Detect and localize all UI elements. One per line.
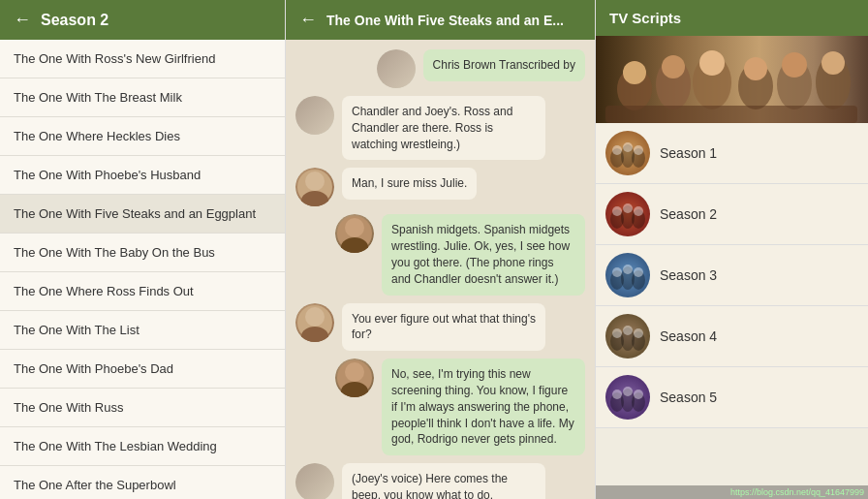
- right-panel-title: TV Scripts: [609, 10, 681, 26]
- svg-point-18: [699, 50, 725, 76]
- season-label: Season 5: [660, 390, 717, 405]
- left-back-button[interactable]: ←: [14, 10, 31, 30]
- svg-point-59: [634, 390, 643, 399]
- episode-item[interactable]: The One Where Ross Finds Out: [0, 272, 285, 311]
- svg-text:5: 5: [607, 411, 612, 420]
- svg-point-43: [623, 265, 633, 274]
- season-thumbnail: 3: [605, 253, 650, 297]
- season-item[interactable]: 3 Season 3: [596, 245, 868, 306]
- avatar: [377, 49, 416, 88]
- svg-point-10: [345, 362, 364, 382]
- chat-row: Chandler and Joey's. Ross and Chandler a…: [295, 96, 585, 160]
- chat-row: No, see, I'm trying this new screening t…: [295, 359, 585, 455]
- season-label: Season 1: [660, 145, 717, 161]
- season-thumbnail: 2: [605, 192, 650, 236]
- svg-point-4: [345, 218, 364, 237]
- left-panel-header: ← Season 2: [0, 0, 285, 40]
- svg-text:4: 4: [607, 350, 612, 359]
- episode-list: The One With Ross's New GirlfriendThe On…: [0, 40, 285, 499]
- episode-item[interactable]: The One With The Breast Milk: [0, 78, 285, 117]
- svg-point-7: [305, 307, 325, 327]
- episode-item[interactable]: The One With The List: [0, 311, 285, 350]
- url-bar: https://blog.csdn.net/qq_41647999: [596, 485, 868, 499]
- episode-item[interactable]: The One With The Lesbian Wedding: [0, 427, 285, 466]
- svg-point-41: [612, 267, 622, 277]
- avatar: [295, 96, 334, 135]
- svg-point-34: [612, 206, 622, 216]
- season-thumbnail: 5: [605, 375, 650, 420]
- svg-text:2: 2: [607, 228, 612, 236]
- season-label: Season 4: [660, 328, 717, 344]
- chat-bubble: Spanish midgets. Spanish midgets wrestli…: [382, 214, 585, 295]
- episode-item[interactable]: The One With Five Steaks and an Eggplant: [0, 195, 285, 234]
- chat-bubble: No, see, I'm trying this new screening t…: [382, 359, 585, 455]
- chat-bubble: Chandler and Joey's. Ross and Chandler a…: [342, 96, 545, 160]
- mid-panel: ← The One With Five Steaks and an E... C…: [286, 0, 596, 499]
- svg-point-45: [634, 267, 643, 277]
- chat-row: Chris Brown Transcribed by: [295, 49, 585, 88]
- avatar: [295, 463, 334, 499]
- svg-point-57: [623, 387, 633, 396]
- svg-point-31: [634, 145, 643, 155]
- chat-row: Man, I sure miss Julie.: [295, 168, 585, 206]
- chat-bubble: (Joey's voice) Here comes the beep, you …: [342, 463, 545, 499]
- mid-panel-title: The One With Five Steaks and an E...: [326, 13, 564, 28]
- season-thumbnail: 1: [605, 131, 650, 175]
- season-item[interactable]: 4 Season 4: [596, 306, 868, 367]
- season-list: 1 Season 1 2 Season 2 3 Season 3 4 Seaso: [596, 123, 868, 485]
- episode-item[interactable]: The One With Russ: [0, 389, 285, 427]
- episode-item[interactable]: The One Where Heckles Dies: [0, 117, 285, 156]
- svg-point-1: [305, 172, 325, 191]
- mid-back-button[interactable]: ←: [299, 10, 317, 30]
- avatar: [335, 359, 374, 397]
- chat-bubble: Man, I sure miss Julie.: [342, 168, 477, 200]
- svg-point-52: [634, 328, 643, 338]
- avatar: [335, 214, 374, 253]
- svg-point-48: [612, 328, 622, 338]
- show-banner: [596, 36, 868, 123]
- season-item[interactable]: 2 Season 2: [596, 184, 868, 245]
- season-label: Season 2: [660, 206, 717, 222]
- episode-item[interactable]: The One With Phoebe's Husband: [0, 156, 285, 195]
- mid-panel-header: ← The One With Five Steaks and an E...: [286, 0, 595, 40]
- banner-image: [596, 36, 868, 123]
- svg-point-16: [662, 55, 685, 78]
- episode-item[interactable]: The One With The Baby On the Bus: [0, 234, 285, 272]
- season-item[interactable]: 1 Season 1: [596, 123, 868, 184]
- svg-point-14: [623, 61, 646, 84]
- svg-text:1: 1: [607, 167, 612, 175]
- right-panel: TV Scripts: [596, 0, 868, 499]
- svg-point-20: [744, 57, 767, 80]
- season-item[interactable]: 5 Season 5: [596, 367, 868, 428]
- chat-bubble: Chris Brown Transcribed by: [423, 49, 585, 81]
- svg-point-22: [782, 52, 807, 78]
- svg-point-24: [822, 51, 845, 75]
- episode-item[interactable]: The One With Ross's New Girlfriend: [0, 40, 285, 78]
- chat-row: You ever figure out what that thing's fo…: [295, 303, 585, 352]
- left-panel-title: Season 2: [41, 12, 108, 29]
- left-panel: ← Season 2 The One With Ross's New Girlf…: [0, 0, 286, 499]
- svg-rect-25: [605, 106, 857, 123]
- avatar: [295, 303, 334, 342]
- svg-point-29: [623, 142, 633, 152]
- svg-point-27: [612, 145, 622, 155]
- avatar: [295, 168, 334, 206]
- chat-row: (Joey's voice) Here comes the beep, you …: [295, 463, 585, 499]
- right-panel-header: TV Scripts: [596, 0, 868, 36]
- chat-bubble: You ever figure out what that thing's fo…: [342, 303, 545, 352]
- episode-item[interactable]: The One After the Superbowl: [0, 466, 285, 499]
- chat-row: Spanish midgets. Spanish midgets wrestli…: [295, 214, 585, 295]
- svg-point-36: [623, 203, 633, 213]
- season-thumbnail: 4: [605, 314, 650, 359]
- svg-point-55: [612, 390, 622, 399]
- svg-text:3: 3: [607, 289, 612, 297]
- chat-content: Chris Brown Transcribed byChandler and J…: [286, 40, 595, 499]
- svg-point-38: [634, 206, 643, 216]
- svg-point-50: [623, 326, 633, 335]
- episode-item[interactable]: The One With Phoebe's Dad: [0, 350, 285, 389]
- season-label: Season 3: [660, 267, 717, 283]
